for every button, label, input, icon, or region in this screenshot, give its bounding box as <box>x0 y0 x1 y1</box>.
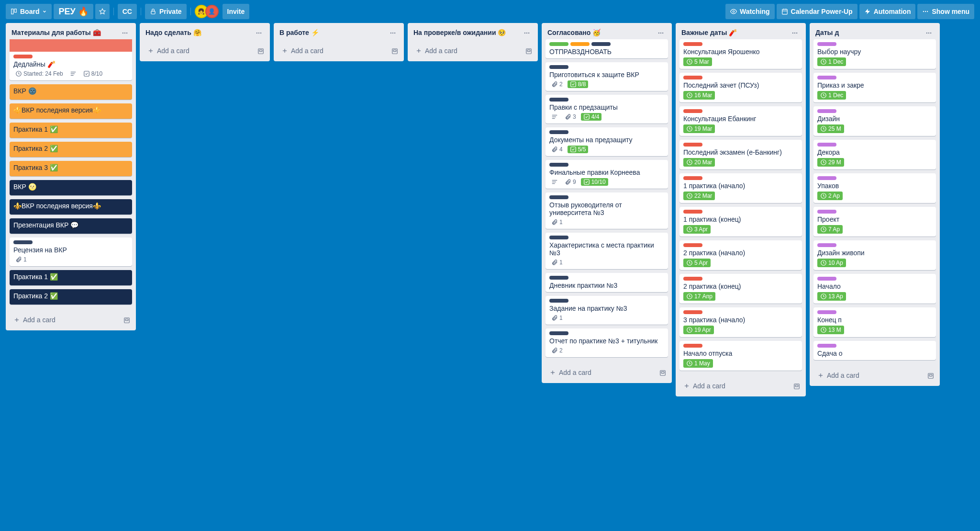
label-purple[interactable] <box>817 109 836 113</box>
card[interactable]: Выбор научру 1 Dec <box>813 39 936 69</box>
board-canvas[interactable]: Материалы для работы 🧰Дедлайны 🧨 Started… <box>0 23 980 531</box>
label-navy[interactable] <box>13 240 33 244</box>
card[interactable]: Практика 1 ✅ <box>10 270 132 285</box>
card[interactable]: Дедлайны 🧨 Started: 24 Feb 8/10 <box>10 39 132 80</box>
card[interactable]: Упаков 2 Ap <box>813 173 936 203</box>
label-red[interactable] <box>683 310 702 314</box>
card[interactable]: Правки с предзащиты 3 4/4 <box>546 95 668 124</box>
member-avatars[interactable]: 👧 👤 <box>195 5 219 18</box>
workspace-button[interactable]: CC <box>118 4 137 19</box>
label-navy[interactable] <box>591 42 611 46</box>
label-purple[interactable] <box>817 176 836 180</box>
card-template-button[interactable] <box>791 381 802 392</box>
add-card-button[interactable]: Add a card <box>412 44 521 57</box>
label-orange[interactable] <box>570 42 590 46</box>
card[interactable]: Начало 13 Ap <box>813 274 936 304</box>
label-red[interactable] <box>683 344 702 348</box>
card[interactable]: Практика 2 ✅ <box>10 142 132 157</box>
card-template-button[interactable] <box>122 315 132 326</box>
label-navy[interactable] <box>549 331 568 335</box>
label-red[interactable] <box>683 109 702 113</box>
card[interactable]: ВКР 🌝 <box>10 180 132 195</box>
label-navy[interactable] <box>549 195 568 199</box>
label-purple[interactable] <box>817 210 836 214</box>
list-menu-button[interactable] <box>522 28 532 37</box>
card-template-button[interactable] <box>256 45 266 56</box>
card-template-button[interactable] <box>925 370 936 381</box>
label-purple[interactable] <box>817 310 836 314</box>
card[interactable]: Последний зачет (ПСУз) 16 Mar <box>679 73 802 102</box>
card[interactable]: Презентация ВКР 💬 <box>10 218 132 234</box>
label-navy[interactable] <box>549 236 568 239</box>
add-card-button[interactable]: Add a card <box>546 366 655 379</box>
label-purple[interactable] <box>817 143 836 147</box>
list-menu-button[interactable] <box>120 28 130 37</box>
label-red[interactable] <box>683 42 702 46</box>
invite-button[interactable]: Invite <box>223 4 250 19</box>
list-menu-button[interactable] <box>656 28 666 37</box>
card[interactable]: Дизайн 25 M <box>813 106 936 136</box>
add-card-button[interactable]: Add a card <box>679 379 789 393</box>
label-purple[interactable] <box>817 277 836 281</box>
card[interactable]: Документы на предзащиту 4 5/5 <box>546 127 668 156</box>
card[interactable]: 2 практика (конец) 17 Апр <box>679 274 802 304</box>
label-purple[interactable] <box>817 76 836 79</box>
list-menu-button[interactable] <box>924 28 934 37</box>
automation-button[interactable]: Automation <box>859 4 916 19</box>
card[interactable]: Рецензия на ВКР 1 <box>10 237 132 266</box>
card-template-button[interactable] <box>657 367 668 378</box>
card[interactable]: Практика 1 ✅ <box>10 123 132 138</box>
add-card-button[interactable]: Add a card <box>144 44 253 57</box>
avatar[interactable]: 👤 <box>205 5 219 18</box>
card[interactable]: Дневник практики №3 <box>546 273 668 292</box>
card[interactable]: ОТПРАВЗДНОВАТЬ <box>546 39 668 58</box>
card[interactable]: Характеристика с места практики №3 1 <box>546 233 668 269</box>
card[interactable]: Приказ и закре 1 Dec <box>813 73 936 102</box>
card[interactable]: Приготовиться к защите ВКР 2 8/8 <box>546 62 668 91</box>
card[interactable]: Последний экзамен (е-Банкинг) 20 Mar <box>679 140 802 169</box>
list-menu-button[interactable] <box>388 28 398 37</box>
card[interactable]: Консультация Ярошенко 5 Mar <box>679 39 802 69</box>
label-purple[interactable] <box>817 42 836 46</box>
label-red[interactable] <box>683 176 702 180</box>
label-green[interactable] <box>549 42 568 46</box>
card-template-button[interactable] <box>390 45 400 56</box>
star-button[interactable] <box>95 4 110 19</box>
card[interactable]: ВКР 🌚 <box>10 84 132 100</box>
watching-button[interactable]: Watching <box>725 4 774 19</box>
list-menu-button[interactable] <box>790 28 800 37</box>
list-title[interactable]: Надо сделать 🤗 <box>145 29 201 36</box>
list-title[interactable]: Важные даты 🧨 <box>681 29 737 36</box>
label-red[interactable] <box>683 76 702 79</box>
add-card-button[interactable]: Add a card <box>10 313 119 327</box>
label-navy[interactable] <box>549 98 568 102</box>
card[interactable]: Декора 29 M <box>813 140 936 169</box>
card[interactable]: 1 практика (начало) 22 Mar <box>679 173 802 203</box>
card[interactable]: Начало отпуска 1 May <box>679 341 802 371</box>
list-title[interactable]: Согласовано 🥳 <box>547 29 601 36</box>
add-card-button[interactable]: Add a card <box>278 44 387 57</box>
card[interactable]: ⚜️ВКР последняя версия⚜️ <box>10 103 132 119</box>
list-title[interactable]: Даты д <box>815 29 839 36</box>
label-red[interactable] <box>13 55 33 58</box>
list-menu-button[interactable] <box>254 28 264 37</box>
card[interactable]: 3 практика (начало) 19 Apr <box>679 307 802 337</box>
label-red[interactable] <box>683 143 702 147</box>
label-purple[interactable] <box>817 243 836 247</box>
label-red[interactable] <box>683 243 702 247</box>
show-menu-button[interactable]: Show menu <box>917 4 974 19</box>
add-card-button[interactable]: Add a card <box>813 369 923 382</box>
card-template-button[interactable] <box>523 45 534 56</box>
calendar-powerup-button[interactable]: Calendar Power-Up <box>777 4 858 19</box>
card[interactable]: Проект 7 Ap <box>813 207 936 237</box>
list-title[interactable]: Материалы для работы 🧰 <box>11 29 101 36</box>
label-navy[interactable] <box>549 65 568 69</box>
card[interactable]: 2 практика (начало) 5 Apr <box>679 240 802 270</box>
card[interactable]: Дизайн живопи 10 Ap <box>813 240 936 270</box>
label-purple[interactable] <box>817 344 836 348</box>
card[interactable]: Консультация Ебанкинг 19 Mar <box>679 106 802 136</box>
label-navy[interactable] <box>549 276 568 280</box>
label-red[interactable] <box>683 210 702 214</box>
card[interactable]: Финальные правки Корнеева 9 10/10 <box>546 160 668 189</box>
card[interactable]: Практика 2 ✅ <box>10 289 132 305</box>
